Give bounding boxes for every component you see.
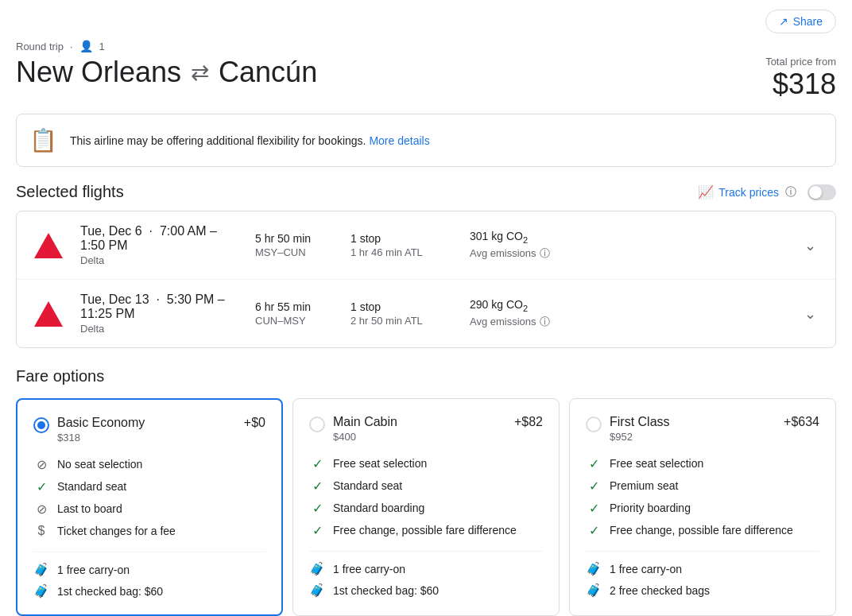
fare-options-title: Fare options <box>16 367 836 385</box>
dollar-icon: $ <box>33 523 49 539</box>
flight-emissions: 301 kg CO2 Avg emissions ⓘ <box>470 230 785 261</box>
check-icon: ✓ <box>309 500 325 516</box>
trip-info: Round trip · 👤 1 <box>16 40 836 52</box>
stop-detail: 1 hr 46 min ATL <box>350 246 454 258</box>
fare-name: Main Cabin <box>333 415 506 429</box>
info-icon[interactable]: ⓘ <box>785 185 796 200</box>
fare-feature: ✓ Free change, possible fare difference <box>309 522 543 538</box>
fare-bag: 🧳 1 free carry-on <box>586 561 819 576</box>
fare-bags: 🧳 1 free carry-on 🧳 2 free checked bags <box>586 561 819 598</box>
flight-row: Tue, Dec 13 · 5:30 PM – 11:25 PM Delta 6… <box>17 280 835 347</box>
fare-name-group: Main Cabin $400 <box>333 415 506 443</box>
bag-text: 1st checked bag: $60 <box>57 585 163 598</box>
fare-name: First Class <box>610 415 776 429</box>
avg-emissions: Avg emissions ⓘ <box>470 246 785 261</box>
fare-feature: ✓ Standard seat <box>33 478 265 494</box>
flight-stops: 1 stop 1 hr 46 min ATL <box>350 232 454 258</box>
carryon-icon: 🧳 <box>33 562 49 577</box>
expand-flight-button[interactable]: ⌄ <box>801 302 819 326</box>
fare-bag: 🧳 1 free carry-on <box>33 562 265 577</box>
feature-text: Ticket changes for a fee <box>57 525 176 537</box>
delta-logo-icon <box>34 233 63 258</box>
check-icon: ✓ <box>586 478 602 494</box>
flight-route: CUN–MSY <box>255 315 335 327</box>
airline-logo <box>33 230 64 262</box>
fare-addon: +$634 <box>784 415 819 429</box>
fare-name-group: First Class $952 <box>610 415 776 443</box>
feature-text: Free seat selection <box>333 457 427 470</box>
track-prices-toggle[interactable] <box>807 184 836 200</box>
flight-date: Tue, Dec 13 <box>80 293 149 306</box>
fare-divider <box>309 551 543 552</box>
fare-feature: ✓ Standard seat <box>309 478 543 494</box>
check-icon: ✓ <box>586 522 602 538</box>
check-icon: ✓ <box>33 478 49 494</box>
flight-datetime: Tue, Dec 6 · 7:00 AM – 1:50 PM <box>80 224 239 253</box>
flight-stops: 1 stop 2 hr 50 min ATL <box>350 300 454 327</box>
feature-text: Priority boarding <box>610 502 691 514</box>
banner-text: This airline may be offering additional … <box>70 134 366 147</box>
flights-container: Tue, Dec 6 · 7:00 AM – 1:50 PM Delta 5 h… <box>16 211 836 348</box>
feature-text: Standard seat <box>333 479 402 492</box>
fare-feature: ✓ Free seat selection <box>309 455 543 471</box>
flight-row: Tue, Dec 6 · 7:00 AM – 1:50 PM Delta 5 h… <box>17 211 835 280</box>
fare-features: ⊘ No seat selection ✓ Standard seat ⊘ La… <box>33 456 265 539</box>
fare-price: $318 <box>57 432 236 444</box>
fare-radio-main-cabin[interactable] <box>309 416 325 432</box>
fare-bag: 🧳 1 free carry-on <box>309 561 543 576</box>
expand-flight-button[interactable]: ⌄ <box>801 234 819 258</box>
bag-text: 1 free carry-on <box>333 563 405 575</box>
flight-date: Tue, Dec 6 <box>80 224 142 238</box>
feature-text: Free seat selection <box>610 457 703 470</box>
fare-addon: +$82 <box>514 415 543 429</box>
share-button[interactable]: ↗ Share <box>765 10 836 33</box>
carryon-icon: 🧳 <box>586 561 602 576</box>
trip-type: Round trip <box>16 41 64 52</box>
stops-value: 1 stop <box>350 232 454 245</box>
avg-info-icon[interactable]: ⓘ <box>540 315 550 329</box>
price-label: Total price from <box>765 56 836 68</box>
fare-addon: +$0 <box>244 416 265 430</box>
fare-card-first-class[interactable]: First Class $952 +$634 ✓ Free seat selec… <box>569 398 836 616</box>
fare-card-header: Basic Economy $318 +$0 <box>33 416 265 444</box>
route-title: New Orleans ⇄ Cancún <box>16 56 317 89</box>
fare-price: $400 <box>333 431 506 443</box>
feature-text: Premium seat <box>610 479 678 492</box>
passenger-count: 1 <box>99 41 105 52</box>
flight-datetime: Tue, Dec 13 · 5:30 PM – 11:25 PM <box>80 293 239 321</box>
checked-bag-icon: 🧳 <box>586 583 602 598</box>
track-prices-label: Track prices <box>718 186 779 199</box>
route-header: New Orleans ⇄ Cancún Total price from $3… <box>16 56 836 101</box>
fare-bag: 🧳 1st checked bag: $60 <box>33 583 265 599</box>
destination: Cancún <box>219 56 317 89</box>
fare-card-basic-economy[interactable]: Basic Economy $318 +$0 ⊘ No seat selecti… <box>16 398 283 616</box>
fare-name: Basic Economy <box>57 416 236 430</box>
avg-emissions: Avg emissions ⓘ <box>470 315 785 329</box>
fare-bags: 🧳 1 free carry-on 🧳 1st checked bag: $60 <box>33 562 265 599</box>
fare-radio-basic-economy[interactable] <box>33 417 49 433</box>
feature-text: No seat selection <box>57 458 142 471</box>
stops-value: 1 stop <box>350 300 454 313</box>
selected-flights-header: Selected flights 📈 Track prices ⓘ <box>16 183 836 201</box>
fare-grid: Basic Economy $318 +$0 ⊘ No seat selecti… <box>16 398 836 616</box>
top-bar: ↗ Share <box>16 10 836 33</box>
selected-flights-title: Selected flights <box>16 183 124 201</box>
duration-value: 5 hr 50 min <box>255 232 335 245</box>
fare-divider <box>33 552 265 552</box>
fare-bag: 🧳 2 free checked bags <box>586 583 819 598</box>
flight-duration: 5 hr 50 min MSY–CUN <box>255 232 335 258</box>
more-details-link[interactable]: More details <box>369 134 429 147</box>
fare-card-main-cabin[interactable]: Main Cabin $400 +$82 ✓ Free seat selecti… <box>292 398 560 616</box>
checked-bag-icon: 🧳 <box>309 583 325 598</box>
fare-card-header: Main Cabin $400 +$82 <box>309 415 543 443</box>
flight-airline: Delta <box>80 323 239 335</box>
avg-info-icon[interactable]: ⓘ <box>540 246 550 261</box>
fare-bags: 🧳 1 free carry-on 🧳 1st checked bag: $60 <box>309 561 543 598</box>
fare-features: ✓ Free seat selection ✓ Premium seat ✓ P… <box>586 455 819 538</box>
bag-text: 1st checked bag: $60 <box>333 584 439 597</box>
fare-card-header: First Class $952 +$634 <box>586 415 819 443</box>
duration-value: 6 hr 55 min <box>255 300 335 313</box>
track-prices-button[interactable]: 📈 Track prices <box>698 184 779 200</box>
fare-radio-first-class[interactable] <box>586 416 602 432</box>
share-icon: ↗ <box>779 15 788 28</box>
